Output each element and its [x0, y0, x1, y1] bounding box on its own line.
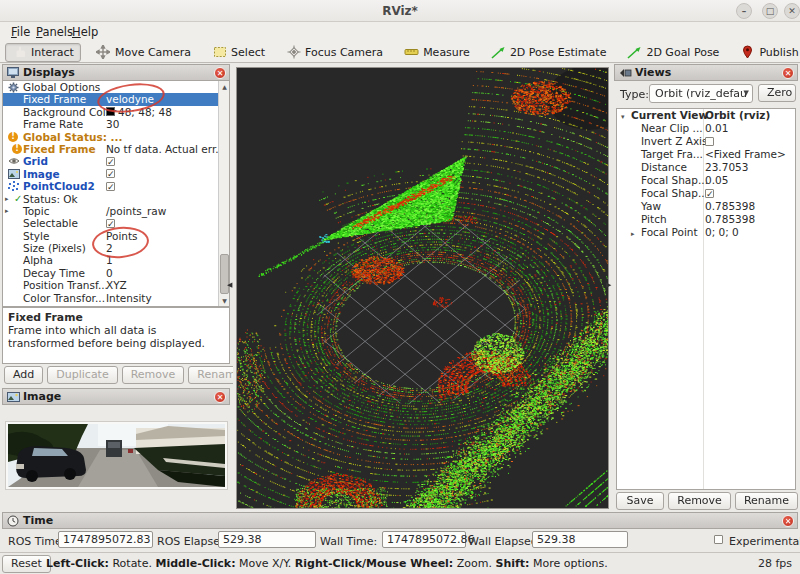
time-panel-header[interactable]: Time ✕ [2, 512, 798, 529]
property-value[interactable]: 0.785398 [705, 213, 755, 226]
property-value[interactable]: 0; 0; 0 [705, 226, 739, 239]
views-save-button[interactable]: Save [616, 492, 664, 510]
property-value[interactable]: Intensity [106, 292, 152, 304]
tool-2d-goal-pose[interactable]: 2D Goal Pose [621, 43, 725, 62]
property-name: Global Status: ... [23, 131, 123, 143]
property-row-grid[interactable]: Grid✓ [3, 155, 220, 167]
views-remove-button[interactable]: Remove [668, 492, 731, 510]
property-row-global-status[interactable]: !Global Status: ... [3, 131, 220, 143]
experimental-checkbox[interactable] [714, 535, 723, 544]
value-text: 30 [106, 118, 119, 130]
property-value[interactable]: 30 [106, 118, 119, 130]
tool-publish-point[interactable]: Publish Point [734, 43, 800, 62]
checkbox[interactable]: ✓ [106, 157, 115, 166]
property-value[interactable]: ✓ [106, 155, 115, 167]
property-value[interactable]: XYZ [106, 279, 127, 291]
view-property-row-focal-shap[interactable]: Focal Shap...0.05 [617, 174, 795, 187]
property-row-frame-rate[interactable]: Frame Rate30 [3, 118, 220, 130]
image-panel-header[interactable]: Image ✕ [2, 388, 230, 405]
property-name: Distance [641, 161, 687, 174]
checkbox[interactable] [705, 137, 714, 146]
checkbox[interactable]: ✓ [106, 169, 115, 178]
image-close-icon[interactable]: ✕ [214, 391, 226, 403]
expander-icon[interactable]: ▸ [5, 205, 9, 217]
ros-time-input[interactable]: 1747895072.83 [58, 531, 153, 548]
views-close-icon[interactable]: ✕ [782, 67, 794, 79]
property-row-image[interactable]: Image✓ [3, 168, 220, 180]
view-property-row-focal-shap[interactable]: Focal Shap...✓ [617, 187, 795, 200]
tool-interact[interactable]: Interact [5, 43, 81, 62]
property-row-fixed-frame[interactable]: !Fixed FrameNo tf data. Actual err... [3, 143, 220, 155]
view-property-row-near-clip[interactable]: Near Clip ...0.01 [617, 122, 795, 135]
pointcloud-canvas[interactable] [237, 68, 608, 508]
gear-icon [8, 82, 20, 92]
property-value[interactable] [705, 135, 714, 148]
left-splitter-collapse-icon[interactable]: ◀ [227, 281, 232, 289]
menu-help[interactable]: Help [68, 22, 102, 42]
displays-panel-header[interactable]: Displays ✕ [2, 64, 230, 81]
property-help-box: Fixed Frame Frame into which all data is… [2, 307, 230, 364]
property-value[interactable]: Orbit (rviz) [705, 109, 770, 122]
expander-icon[interactable]: ▸ [631, 228, 635, 241]
value-text: 0; 0; 0 [705, 226, 739, 239]
zero-button[interactable]: Zero [758, 84, 796, 102]
property-name: Yaw [641, 200, 661, 213]
menu-file[interactable]: File [7, 22, 34, 42]
view-property-row-current-view[interactable]: ▾Current ViewOrbit (rviz) [617, 109, 795, 122]
tool-focus-camera[interactable]: Focus Camera [280, 43, 389, 62]
focus-camera-icon [286, 45, 301, 59]
scroll-down-icon[interactable]: ▼ [219, 295, 230, 306]
close-button[interactable]: ✕ [784, 3, 800, 19]
view-property-row-focal-point[interactable]: ▸Focal Point0; 0; 0 [617, 226, 795, 239]
property-value[interactable]: 23.7053 [705, 161, 748, 174]
displays-close-icon[interactable]: ✕ [214, 67, 226, 79]
property-row-decay-time[interactable]: Decay Time0 [3, 267, 220, 279]
property-value[interactable]: 0.01 [705, 122, 728, 135]
views-rename-button[interactable]: Rename [735, 492, 798, 510]
right-splitter-collapse-icon[interactable]: ▶ [606, 281, 611, 289]
property-row-topic[interactable]: ▸Topic/points_raw [3, 205, 220, 217]
tool-label: Move Camera [115, 46, 191, 59]
checkbox[interactable]: ✓ [106, 219, 115, 228]
minimize-button[interactable]: – [736, 3, 752, 19]
property-row-pointcloud2[interactable]: PointCloud2✓ [3, 180, 220, 192]
checkbox[interactable]: ✓ [106, 182, 115, 191]
property-value[interactable]: <Fixed Frame> [705, 148, 786, 161]
view-type-dropdown[interactable]: Orbit (rviz_defau ▼ [649, 84, 753, 103]
property-value[interactable]: No tf data. Actual err... [106, 143, 225, 155]
property-row-color-transfor[interactable]: Color Transfor...Intensity [3, 292, 220, 304]
3d-viewport[interactable] [233, 64, 612, 512]
wall-elapsed-input[interactable]: 529.38 [532, 531, 628, 548]
tool-select[interactable]: Select [206, 43, 271, 62]
property-row-position-transf[interactable]: Position Transf...XYZ [3, 279, 220, 291]
displays-scrollbar[interactable]: ▲ ▼ [218, 81, 229, 306]
property-value[interactable]: /points_raw [106, 205, 166, 217]
property-value[interactable]: ✓ [106, 180, 115, 192]
view-property-row-target-fra[interactable]: Target Fra...<Fixed Frame> [617, 148, 795, 161]
maximize-button[interactable]: □ [762, 3, 778, 19]
views-panel-header[interactable]: Views ✕ [614, 64, 798, 81]
property-value[interactable]: 0.785398 [705, 200, 755, 213]
property-value[interactable]: 0.05 [705, 174, 728, 187]
time-close-icon[interactable]: ✕ [782, 515, 794, 527]
expander-icon[interactable]: ▸ [5, 193, 9, 205]
ros-elapsed-input[interactable]: 529.38 [218, 531, 316, 548]
property-value[interactable]: ✓ [106, 168, 115, 180]
tool-move-camera[interactable]: Move Camera [90, 43, 197, 62]
property-name: Frame Rate [23, 118, 83, 130]
reset-button[interactable]: Reset [2, 555, 51, 573]
property-value[interactable]: ✓ [705, 187, 714, 200]
view-property-row-distance[interactable]: Distance23.7053 [617, 161, 795, 174]
property-value[interactable]: 0 [106, 267, 113, 279]
view-property-row-yaw[interactable]: Yaw0.785398 [617, 200, 795, 213]
displays-add-button[interactable]: Add [4, 366, 43, 384]
tool-measure[interactable]: Measure [398, 43, 476, 62]
property-row-status-ok[interactable]: ▸✓Status: Ok [3, 193, 220, 205]
mouse-help-text: Left-Click: Rotate. Middle-Click: Move X… [46, 557, 608, 570]
view-property-row-pitch[interactable]: Pitch0.785398 [617, 213, 795, 226]
checkbox[interactable]: ✓ [705, 189, 714, 198]
wall-time-input[interactable]: 1747895072.86 [382, 531, 466, 548]
scroll-up-icon[interactable]: ▲ [219, 81, 230, 92]
view-property-row-invert-z-axis[interactable]: Invert Z Axis [617, 135, 795, 148]
tool-2d-pose-estimate[interactable]: 2D Pose Estimate [485, 43, 613, 62]
